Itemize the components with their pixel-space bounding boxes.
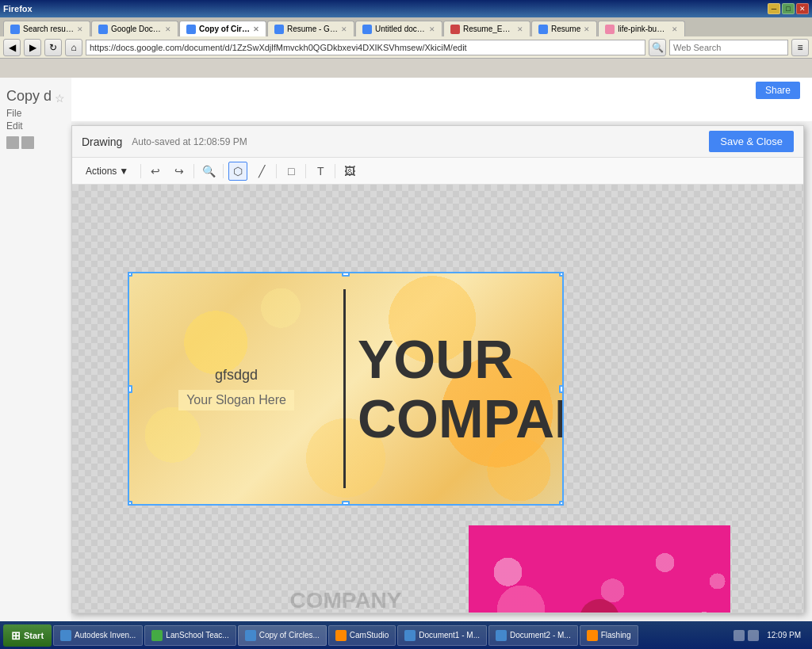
- taskbar-item-autodesk[interactable]: Autodesk Inven...: [53, 625, 143, 646]
- tab-favicon: [186, 25, 196, 34]
- share-button[interactable]: Share: [756, 82, 800, 99]
- circles-icon: [245, 630, 256, 641]
- document1-icon: [404, 630, 416, 641]
- title-bar-text: Firefox: [3, 4, 33, 13]
- shape-tool-button[interactable]: □: [282, 162, 301, 181]
- toolbar-separator-6: [335, 164, 335, 178]
- line-tool-button[interactable]: ╱: [252, 162, 271, 181]
- search-input[interactable]: [669, 40, 788, 55]
- tab-google-docs[interactable]: Google Docs Te... ✕: [91, 21, 178, 36]
- drawing-toolbar: Actions ▼ ↩ ↪ 🔍 ⬡ ╱ □ T 🖼: [72, 158, 803, 185]
- undo-icon[interactable]: [21, 136, 34, 149]
- drawing-title-label: Drawing: [82, 136, 122, 148]
- toolbar-separator-1: [140, 164, 141, 178]
- taskbar-item-document1[interactable]: Document1 - M...: [397, 625, 487, 646]
- tab-resume2[interactable]: Resume ✕: [531, 21, 597, 36]
- select-tool-button[interactable]: ⬡: [228, 162, 247, 181]
- star-icon[interactable]: ☆: [55, 92, 65, 105]
- close-browser-button[interactable]: ✕: [796, 3, 809, 14]
- card-company-tagline: gfsdgd: [215, 367, 258, 384]
- tab-search-results[interactable]: Search results - G... ✕: [3, 21, 90, 36]
- tab-favicon: [274, 25, 284, 34]
- taskbar-item-flashing[interactable]: Flashing: [580, 625, 638, 646]
- undo-button[interactable]: ↩: [146, 162, 165, 181]
- autodesk-icon: [60, 630, 71, 641]
- forward-button[interactable]: ▶: [24, 39, 41, 56]
- camstudio-icon: [335, 630, 347, 641]
- toolbar-separator-2: [193, 164, 194, 178]
- drawing-modal: Drawing Auto-saved at 12:08:59 PM Save &…: [71, 125, 804, 613]
- tab-bar: Search results - G... ✕ Google Docs Te..…: [0, 17, 812, 36]
- taskbar-item-circles[interactable]: Copy of Circles...: [238, 625, 327, 646]
- doc-toolbar-icons: [6, 136, 65, 149]
- tab-favicon: [538, 25, 548, 34]
- business-card-element[interactable]: gfsdgd Your Slogan Here YOUR COMPANY: [128, 272, 564, 506]
- browser-chrome: Firefox ─ □ ✕ Search results - G... ✕ Go…: [0, 0, 812, 59]
- pink-center-circle: [580, 599, 619, 613]
- title-bar: Firefox ─ □ ✕: [0, 0, 812, 17]
- tray-network-icon[interactable]: [733, 630, 745, 641]
- document2-icon: [496, 630, 507, 641]
- tab-favicon: [98, 25, 108, 34]
- menu-button[interactable]: ≡: [791, 39, 809, 56]
- redo-button[interactable]: ↪: [170, 162, 189, 181]
- toolbar-separator-3: [223, 164, 224, 178]
- title-bar-controls: ─ □ ✕: [768, 3, 809, 14]
- drawing-header: Drawing Auto-saved at 12:08:59 PM Save &…: [72, 126, 803, 158]
- tab-resume-example[interactable]: Resume_Example... ✕: [443, 21, 530, 36]
- main-content: Copy d File Edit ☆ Share Drawing Auto-sa…: [0, 78, 812, 621]
- card-left-panel: gfsdgd Your Slogan Here: [129, 273, 343, 504]
- tab-favicon: [450, 25, 460, 34]
- address-bar[interactable]: [86, 40, 645, 55]
- drawing-canvas[interactable]: gfsdgd Your Slogan Here YOUR COMPANY COM…: [72, 185, 803, 613]
- card-right-panel: YOUR COMPANY: [346, 273, 562, 504]
- tab-resume[interactable]: Resume - Google... ✕: [267, 21, 354, 36]
- search-go-button[interactable]: 🔍: [649, 39, 666, 56]
- tab-favicon: [605, 25, 615, 34]
- start-button[interactable]: ⊞ Start: [3, 624, 52, 647]
- taskbar-clock: 12:09 PM: [762, 630, 806, 641]
- doc-file-menu[interactable]: File: [6, 108, 65, 119]
- drawing-autosave-label: Auto-saved at 12:08:59 PM: [132, 136, 247, 147]
- tab-favicon: [362, 25, 372, 34]
- tab-favicon: [10, 25, 20, 34]
- print-icon[interactable]: [6, 136, 19, 149]
- taskbar-item-document2[interactable]: Document2 - M...: [488, 625, 578, 646]
- refresh-button[interactable]: ↻: [44, 39, 62, 56]
- maximize-button[interactable]: □: [782, 3, 795, 14]
- back-button[interactable]: ◀: [3, 39, 21, 56]
- tab-untitled[interactable]: Untitled docume... ✕: [355, 21, 442, 36]
- taskbar: ⊞ Start Autodesk Inven... LanSchool Teac…: [0, 621, 812, 649]
- taskbar-item-camstudio[interactable]: CamStudio: [328, 625, 396, 646]
- minimize-button[interactable]: ─: [768, 3, 780, 14]
- toolbar-separator-4: [276, 164, 277, 178]
- image-tool-button[interactable]: 🖼: [340, 162, 359, 181]
- tab-pink-bubbles[interactable]: life-pink-bubbles-... ✕: [598, 21, 685, 36]
- doc-edit-menu[interactable]: Edit: [6, 120, 65, 132]
- actions-menu-button[interactable]: Actions ▼: [79, 162, 136, 180]
- card-company-name: YOUR COMPANY: [358, 330, 564, 449]
- doc-sidebar-panel: Copy d File Edit ☆: [0, 78, 71, 621]
- taskbar-item-lanschool[interactable]: LanSchool Teac...: [144, 625, 236, 646]
- save-close-button[interactable]: Save & Close: [709, 131, 794, 152]
- zoom-button[interactable]: 🔍: [199, 162, 218, 181]
- tab-copy-circles[interactable]: Copy of Circle... ✕: [179, 21, 266, 36]
- card-slogan-text: Your Slogan Here: [178, 390, 294, 410]
- taskbar-tray: 12:09 PM: [730, 630, 809, 641]
- taskbar-items: Autodesk Inven... LanSchool Teac... Copy…: [53, 625, 729, 646]
- toolbar-separator-5: [305, 164, 306, 178]
- card-bottom-shadow: COMPANY: [128, 589, 564, 613]
- nav-bar: ◀ ▶ ↻ ⌂ 🔍 ≡: [0, 36, 812, 59]
- tray-volume-icon[interactable]: [748, 630, 759, 641]
- home-button[interactable]: ⌂: [65, 39, 82, 56]
- text-tool-button[interactable]: T: [311, 162, 330, 181]
- doc-title-area: Share: [71, 78, 812, 121]
- flashing-icon: [587, 630, 598, 641]
- lanschool-icon: [151, 630, 163, 641]
